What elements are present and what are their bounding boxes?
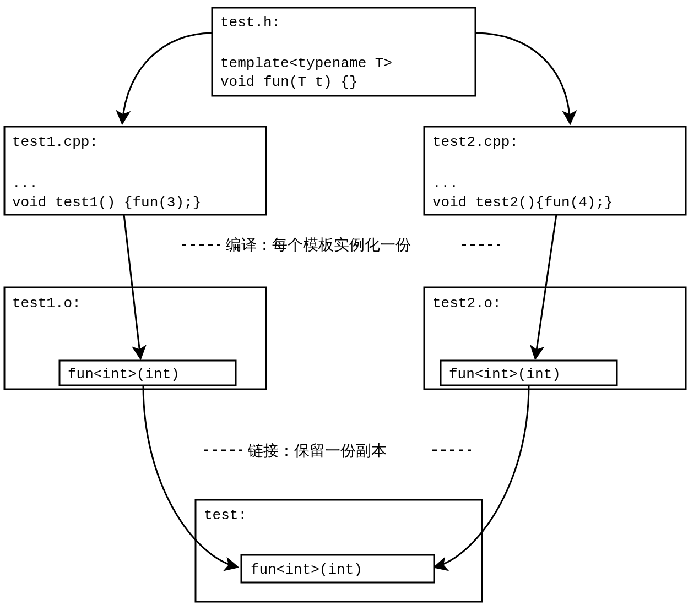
final-instantiation: fun<int>(int)	[251, 562, 362, 578]
final-title: test:	[204, 507, 247, 524]
header-line1: template<typename T>	[220, 55, 392, 72]
header-title: test.h:	[220, 14, 280, 31]
box-header: test.h: template<typename T> void fun(T …	[212, 8, 475, 96]
right-cpp-code: void test2(){fun(4);}	[432, 194, 613, 211]
box-left-cpp: test1.cpp: ... void test1() {fun(3);}	[4, 127, 266, 215]
stage2-label: 链接：保留一份副本	[247, 442, 387, 459]
stage1-label: 编译：每个模板实例化一份	[226, 236, 411, 253]
box-left-obj-inner: fun<int>(int)	[59, 361, 236, 385]
arrow-right-cpp-to-obj	[535, 215, 556, 358]
right-cpp-ellipsis: ...	[432, 175, 458, 192]
left-cpp-code: void test1() {fun(3);}	[12, 194, 201, 211]
box-right-obj-inner: fun<int>(int)	[441, 361, 617, 385]
right-cpp-title: test2.cpp:	[432, 134, 518, 150]
header-line2: void fun(T t) {}	[220, 74, 358, 90]
arrow-header-to-right-cpp	[475, 33, 570, 123]
arrow-header-to-left-cpp	[122, 33, 212, 123]
box-left-obj: test1.o: fun<int>(int)	[4, 287, 266, 389]
left-cpp-ellipsis: ...	[12, 175, 38, 192]
stage2-divider: 链接：保留一份副本	[204, 442, 471, 459]
box-right-cpp: test2.cpp: ... void test2(){fun(4);}	[424, 127, 686, 215]
arrow-left-obj-to-final	[143, 385, 237, 567]
right-obj-title: test2.o:	[432, 295, 501, 312]
left-obj-title: test1.o:	[12, 295, 81, 312]
left-cpp-title: test1.cpp:	[12, 134, 98, 150]
arrow-left-cpp-to-obj	[124, 215, 140, 358]
template-compilation-diagram: test.h: template<typename T> void fun(T …	[0, 0, 699, 616]
left-obj-instantiation: fun<int>(int)	[68, 366, 180, 383]
stage1-divider: 编译：每个模板实例化一份	[182, 236, 500, 253]
right-obj-instantiation: fun<int>(int)	[449, 366, 561, 383]
box-final-inner: fun<int>(int)	[241, 555, 434, 582]
box-final: test: fun<int>(int)	[196, 500, 482, 602]
box-right-obj: test2.o: fun<int>(int)	[424, 287, 686, 389]
